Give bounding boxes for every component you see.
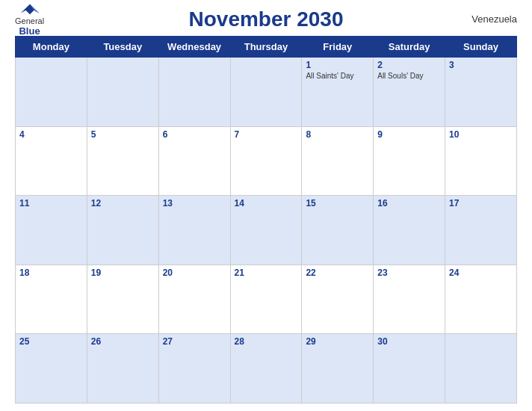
day-number: 18 <box>19 268 83 278</box>
calendar-cell: 14 <box>230 196 302 265</box>
calendar-cell: 28 <box>230 334 302 404</box>
day-number: 24 <box>449 268 513 278</box>
day-number: 16 <box>377 198 441 208</box>
calendar-cell: 29 <box>302 334 374 404</box>
day-number: 3 <box>449 60 513 70</box>
weekday-friday: Friday <box>302 37 374 58</box>
calendar-cell: 25 <box>16 334 87 404</box>
logo-general-text: General <box>15 16 44 25</box>
calendar-table: MondayTuesdayWednesdayThursdayFridaySatu… <box>15 36 517 404</box>
calendar-cell: 12 <box>87 196 158 265</box>
day-number: 27 <box>163 336 226 347</box>
day-number: 22 <box>306 268 369 278</box>
calendar-cell: 24 <box>445 265 517 334</box>
logo: General Blue <box>15 3 44 37</box>
calendar-cell: 23 <box>374 265 445 334</box>
day-number: 6 <box>163 129 226 140</box>
day-number: 23 <box>377 268 441 278</box>
weekday-monday: Monday <box>16 37 87 58</box>
calendar-cell: 27 <box>158 334 230 404</box>
month-title: November 2030 <box>188 7 343 31</box>
calendar-cell: 22 <box>302 265 374 334</box>
day-number: 14 <box>235 198 298 208</box>
calendar-cell: 18 <box>16 265 87 334</box>
calendar-cell: 2All Souls' Day <box>374 58 445 127</box>
day-number: 1 <box>306 60 369 70</box>
day-number: 28 <box>235 336 298 347</box>
day-number: 29 <box>306 336 369 347</box>
calendar-cell <box>87 58 158 127</box>
weekday-sunday: Sunday <box>445 37 517 58</box>
country-label: Venezuela <box>471 13 517 25</box>
day-number: 9 <box>377 129 441 140</box>
day-number: 25 <box>19 336 83 347</box>
calendar-cell: 11 <box>16 196 87 265</box>
calendar-cell <box>16 58 87 127</box>
calendar-header: General Blue November 2030 Venezuela <box>15 7 517 31</box>
day-number: 4 <box>19 129 83 140</box>
day-number: 7 <box>235 129 298 140</box>
week-row-0: 1All Saints' Day2All Souls' Day3 <box>16 58 517 127</box>
day-number: 21 <box>235 268 298 278</box>
calendar-cell: 8 <box>302 126 374 196</box>
calendar-cell: 7 <box>230 126 302 196</box>
weekday-thursday: Thursday <box>230 37 302 58</box>
calendar-body: 1All Saints' Day2All Souls' Day345678910… <box>16 58 517 404</box>
calendar-cell <box>158 58 230 127</box>
week-row-4: 252627282930 <box>16 334 517 404</box>
weekday-saturday: Saturday <box>374 37 445 58</box>
day-number: 30 <box>377 336 441 347</box>
day-number: 11 <box>19 198 83 208</box>
logo-icon <box>19 3 40 16</box>
calendar-cell: 3 <box>445 58 517 127</box>
day-number: 10 <box>449 129 513 140</box>
calendar-cell: 17 <box>445 196 517 265</box>
day-number: 15 <box>306 198 369 208</box>
calendar-cell: 9 <box>374 126 445 196</box>
calendar-cell: 30 <box>374 334 445 404</box>
calendar-cell: 16 <box>374 196 445 265</box>
calendar-cell: 6 <box>158 126 230 196</box>
calendar-cell: 4 <box>16 126 87 196</box>
weekday-wednesday: Wednesday <box>158 37 230 58</box>
calendar-cell: 1All Saints' Day <box>302 58 374 127</box>
logo-blue-text: Blue <box>19 25 40 37</box>
day-number: 5 <box>91 129 155 140</box>
week-row-3: 18192021222324 <box>16 265 517 334</box>
calendar-cell <box>230 58 302 127</box>
calendar-cell: 26 <box>87 334 158 404</box>
day-number: 13 <box>163 198 226 208</box>
week-row-1: 45678910 <box>16 126 517 196</box>
calendar-cell: 21 <box>230 265 302 334</box>
calendar-cell: 15 <box>302 196 374 265</box>
day-number: 17 <box>449 198 513 208</box>
day-number: 26 <box>91 336 155 347</box>
week-row-2: 11121314151617 <box>16 196 517 265</box>
svg-marker-0 <box>20 4 39 14</box>
holiday-name: All Saints' Day <box>306 72 369 80</box>
calendar-cell: 19 <box>87 265 158 334</box>
weekday-tuesday: Tuesday <box>87 37 158 58</box>
day-number: 12 <box>91 198 155 208</box>
day-number: 20 <box>163 268 226 278</box>
holiday-name: All Souls' Day <box>377 72 441 80</box>
calendar-cell: 20 <box>158 265 230 334</box>
calendar-cell: 10 <box>445 126 517 196</box>
day-number: 8 <box>306 129 369 140</box>
calendar-cell: 5 <box>87 126 158 196</box>
calendar-cell <box>445 334 517 404</box>
day-number: 2 <box>377 60 441 70</box>
day-number: 19 <box>91 268 155 278</box>
calendar-cell: 13 <box>158 196 230 265</box>
weekday-header-row: MondayTuesdayWednesdayThursdayFridaySatu… <box>16 37 517 58</box>
calendar-header-row: MondayTuesdayWednesdayThursdayFridaySatu… <box>16 37 517 58</box>
